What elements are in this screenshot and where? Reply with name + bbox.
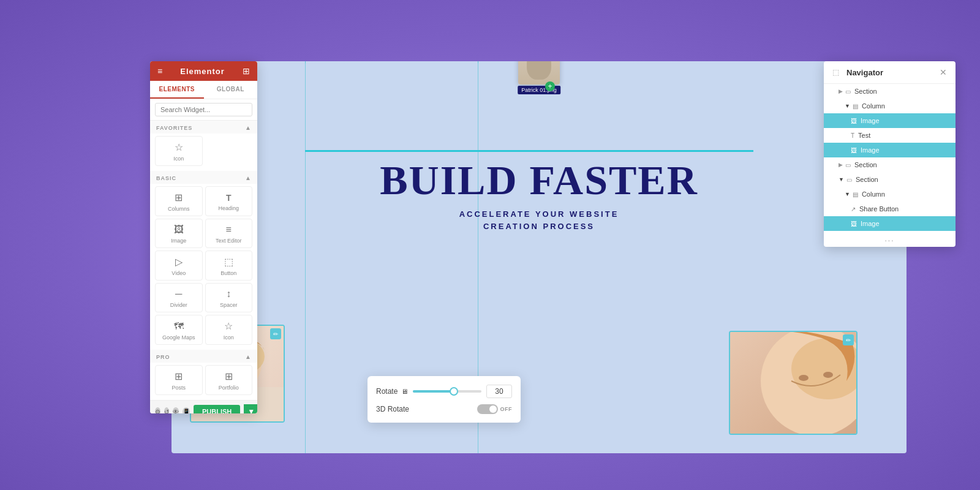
canvas-area: ✳ About + Patrick 01.png Add to Favorite… (172, 61, 907, 453)
nav-item-image-1[interactable]: 🖼 Image (824, 113, 956, 128)
posts-icon: ⊞ (175, 371, 183, 382)
grid-icon[interactable]: ⊞ (243, 66, 250, 76)
button-icon: ⬚ (224, 256, 233, 268)
basic-widgets: ⊞ Columns T Heading 🖼 Image ≡ Text Edito… (150, 184, 257, 350)
rotate-label: Rotate 🖥 (376, 387, 408, 396)
search-input[interactable] (155, 103, 252, 116)
rotate-row: Rotate 🖥 30 (376, 385, 512, 398)
widget-video-label: Video (172, 270, 186, 276)
pro-section-header: PRO ▲ (150, 350, 257, 363)
right-image-edit-icon[interactable]: ✏ (843, 334, 854, 345)
nav-item-share-button[interactable]: ↗ Share Button (824, 202, 956, 216)
pro-widgets: ⊞ Posts ⊞ Portfolio (150, 363, 257, 400)
navigator-header: ⬚ Navigator ✕ (824, 61, 956, 84)
rotate-slider-thumb[interactable] (450, 387, 458, 396)
nav-column-2-icon: ▤ (853, 191, 858, 198)
nav-image-1-label: Image (861, 117, 880, 124)
navigator-panel: ⬚ Navigator ✕ ▶ ▭ Section ▼ ▤ Column 🖼 I… (824, 61, 956, 247)
nav-item-section-3[interactable]: ▼ ▭ Section (824, 172, 956, 187)
hamburger-icon[interactable]: ≡ (157, 66, 162, 76)
nav-item-section-1[interactable]: ▶ ▭ Section (824, 84, 956, 99)
tab-elements[interactable]: ELEMENTS (150, 81, 204, 99)
widget-divider[interactable]: ─ Divider (155, 283, 203, 312)
nav-section-1-label: Section (854, 88, 877, 95)
basic-title: BASIC (156, 175, 176, 181)
sub-heading: ACCELERATE YOUR WEBSITE CREATION PROCESS (202, 208, 876, 232)
panel-title: Elementor (180, 67, 225, 76)
portfolio-icon: ⊞ (225, 371, 233, 382)
nav-column-2-arrow: ▼ (845, 191, 850, 197)
nav-item-column-1[interactable]: ▼ ▤ Column (824, 99, 956, 113)
eye-icon[interactable]: 👁 (173, 407, 179, 413)
svg-point-7 (799, 375, 809, 381)
widget-columns-label: Columns (168, 206, 190, 212)
vertical-line-left (305, 61, 306, 453)
widget-icon-label: Icon (173, 156, 184, 162)
nav-column-1-arrow: ▼ (845, 103, 850, 109)
icon-2-icon: ☆ (224, 320, 233, 332)
columns-icon: ⊞ (175, 192, 183, 203)
nav-test-icon: T (851, 132, 854, 139)
history-icon[interactable]: ↺ (164, 407, 169, 413)
favorites-title: FAVORITES (156, 125, 192, 131)
mobile-icon[interactable]: 📱 (183, 407, 190, 413)
nav-section-2-arrow: ▶ (839, 162, 843, 168)
favorites-collapse-icon[interactable]: ▲ (245, 124, 251, 131)
publish-arrow[interactable]: ▼ (244, 404, 257, 413)
rotate-3d-row: 3D Rotate OFF (376, 404, 512, 414)
right-person-svg (730, 332, 858, 435)
profile-add-button[interactable]: + (545, 81, 555, 91)
widget-icon[interactable]: ☆ Icon (155, 136, 203, 166)
widget-video[interactable]: ▷ Video (155, 251, 203, 281)
nav-column-1-icon: ▤ (853, 103, 858, 110)
navigator-close-button[interactable]: ✕ (940, 67, 947, 77)
nav-item-image-3[interactable]: 🖼 Image (824, 216, 956, 231)
nav-section-3-arrow: ▼ (839, 176, 844, 183)
widget-image[interactable]: 🖼 Image (155, 219, 203, 248)
nav-collapse-icon[interactable]: ⬚ (832, 68, 839, 77)
tab-global[interactable]: GLOBAL (204, 81, 258, 99)
spacer-icon: ↕ (226, 288, 231, 300)
rotate-panel: Rotate 🖥 30 3D Rotate OFF (368, 376, 521, 423)
widget-posts[interactable]: ⊞ Posts (155, 365, 203, 395)
nav-section-3-label: Section (856, 176, 878, 183)
video-icon: ▷ (175, 256, 183, 268)
widget-text-editor-label: Text Editor (216, 238, 242, 244)
basic-collapse-icon[interactable]: ▲ (245, 175, 251, 181)
widget-icon-2-label: Icon (224, 334, 234, 341)
navigator-more[interactable]: ... (824, 231, 956, 247)
widget-heading[interactable]: T Heading (205, 186, 253, 216)
widget-columns[interactable]: ⊞ Columns (155, 186, 203, 216)
nav-item-section-2[interactable]: ▶ ▭ Section (824, 157, 956, 172)
nav-image-3-icon: 🖼 (851, 221, 857, 227)
right-person-image[interactable]: ✏ (729, 331, 858, 435)
widget-icon-2[interactable]: ☆ Icon (205, 315, 253, 345)
widget-portfolio-label: Portfolio (219, 385, 239, 391)
divider-icon: ─ (175, 288, 182, 300)
widget-portfolio[interactable]: ⊞ Portfolio (205, 365, 253, 395)
left-image-edit-icon[interactable]: ✏ (270, 328, 281, 339)
rotate-3d-label: 3D Rotate (376, 405, 409, 413)
favorites-section-header: FAVORITES ▲ (150, 121, 257, 134)
pro-collapse-icon[interactable]: ▲ (245, 353, 251, 360)
settings-icon[interactable]: ⚙ (155, 407, 160, 413)
nav-item-column-2[interactable]: ▼ ▤ Column (824, 187, 956, 202)
nav-image-3-label: Image (861, 220, 880, 227)
monitor-icon: 🖥 (401, 388, 408, 395)
widget-text-editor[interactable]: ≡ Text Editor (205, 219, 253, 248)
widget-button-label: Button (221, 270, 236, 276)
nav-column-2-label: Column (862, 190, 885, 198)
rotate-value[interactable]: 30 (486, 385, 512, 398)
widget-google-maps[interactable]: 🗺 Google Maps (155, 315, 203, 345)
nav-item-test[interactable]: T Test (824, 128, 956, 143)
widget-spacer[interactable]: ↕ Spacer (205, 283, 253, 312)
publish-button[interactable]: PUBLISH (194, 405, 240, 413)
rotate-slider[interactable] (413, 390, 481, 393)
widget-google-maps-label: Google Maps (162, 334, 195, 341)
profile-image[interactable] (518, 61, 560, 85)
nav-item-image-2[interactable]: 🖼 Image (824, 143, 956, 157)
widget-button[interactable]: ⬚ Button (205, 251, 253, 281)
toggle-switch[interactable] (477, 404, 498, 414)
basic-section-header: BASIC ▲ (150, 171, 257, 184)
panel-tabs: ELEMENTS GLOBAL (150, 81, 257, 99)
